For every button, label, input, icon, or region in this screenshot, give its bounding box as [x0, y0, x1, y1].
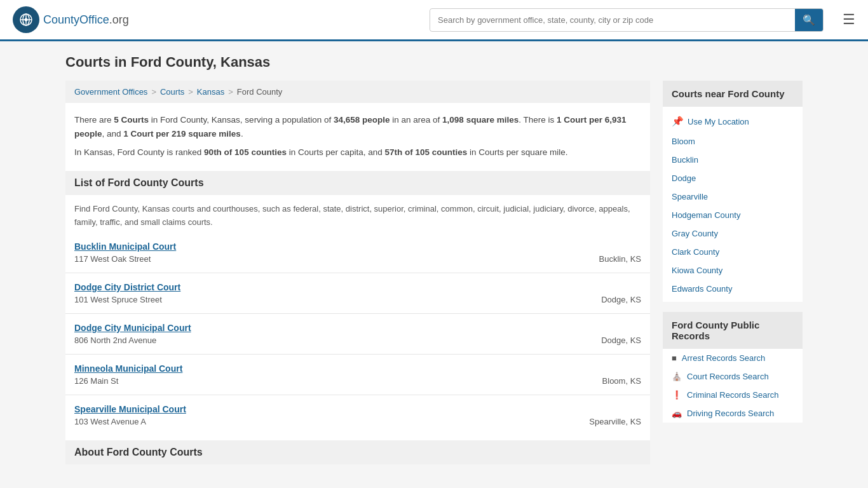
search-bar: 🔍	[430, 8, 824, 32]
court-details: Bucklin Municipal Court 117 West Oak Str…	[74, 241, 587, 264]
court-city: Spearville, KS	[576, 404, 641, 426]
court-city: Bucklin, KS	[587, 241, 641, 264]
list-section-desc: Find Ford County, Kansas courts and cour…	[65, 195, 650, 233]
nearby-city-link[interactable]: Bloom	[663, 132, 803, 151]
court-name[interactable]: Dodge City Municipal Court	[74, 323, 588, 333]
record-icon: ⛪	[672, 372, 682, 381]
court-name[interactable]: Minneola Municipal Court	[74, 363, 590, 374]
court-item: Bucklin Municipal Court 117 West Oak Str…	[65, 233, 650, 273]
public-records-list: ■Arrest Records Search⛪Court Records Sea…	[663, 349, 803, 423]
about-section-heading: About Ford County Courts	[65, 440, 650, 464]
court-details: Minneola Municipal Court 126 Main St	[74, 363, 590, 386]
per-sqmile: 1 Court per 219 square miles	[123, 129, 241, 139]
search-button[interactable]: 🔍	[795, 9, 823, 31]
logo-text: CountyOffice.org	[43, 13, 129, 27]
nearby-county-link[interactable]: Kiowa County	[663, 261, 803, 280]
breadcrumb-kansas[interactable]: Kansas	[197, 87, 224, 97]
court-address: 806 North 2nd Avenue	[74, 336, 588, 345]
search-input[interactable]	[430, 10, 795, 30]
site-header: CountyOffice.org 🔍 ☰	[0, 0, 868, 41]
nearby-county-link[interactable]: Edwards County	[663, 280, 803, 298]
court-name[interactable]: Spearville Municipal Court	[74, 404, 576, 414]
record-icon: ■	[672, 353, 677, 363]
court-address: 126 Main St	[74, 376, 590, 386]
court-address: 117 West Oak Street	[74, 254, 587, 264]
court-details: Dodge City District Court 101 West Spruc…	[74, 282, 588, 304]
rank-capita: 90th of 105 counties	[204, 147, 287, 157]
public-record-link[interactable]: 🚗Driving Records Search	[663, 404, 803, 423]
public-record-link[interactable]: ⛪Court Records Search	[663, 367, 803, 386]
nearby-counties: Hodgeman CountyGray CountyClark CountyKi…	[663, 206, 803, 298]
record-label: Driving Records Search	[687, 409, 774, 418]
courts-near-heading: Courts near Ford County	[663, 81, 803, 107]
court-item: Minneola Municipal Court 126 Main St Blo…	[65, 354, 650, 395]
court-details: Dodge City Municipal Court 806 North 2nd…	[74, 323, 588, 345]
court-city: Dodge, KS	[588, 323, 641, 345]
breadcrumb-gov-offices[interactable]: Government Offices	[74, 87, 147, 97]
logo[interactable]: CountyOffice.org	[13, 6, 129, 33]
court-address: 101 West Spruce Street	[74, 295, 588, 304]
court-item: Spearville Municipal Court 103 West Aven…	[65, 395, 650, 435]
nearby-county-link[interactable]: Gray County	[663, 224, 803, 243]
court-details: Spearville Municipal Court 103 West Aven…	[74, 404, 576, 426]
record-label: Criminal Records Search	[687, 390, 779, 400]
population: 34,658 people	[334, 115, 390, 125]
court-name[interactable]: Bucklin Municipal Court	[74, 241, 587, 252]
nearby-cities: BloomBucklinDodgeSpearville	[663, 132, 803, 206]
courts-near-list: 📌 Use My Location BloomBucklinDodgeSpear…	[663, 107, 803, 302]
main-content: Government Offices > Courts > Kansas > F…	[65, 81, 650, 464]
nearby-city-link[interactable]: Bucklin	[663, 151, 803, 169]
location-pin-icon: 📌	[672, 116, 684, 127]
court-city: Bloom, KS	[590, 363, 641, 386]
nearby-county-link[interactable]: Hodgeman County	[663, 206, 803, 224]
court-item: Dodge City District Court 101 West Spruc…	[65, 273, 650, 313]
court-item: Dodge City Municipal Court 806 North 2nd…	[65, 313, 650, 354]
court-address: 103 West Avenue A	[74, 417, 576, 426]
rank-sqmile: 57th of 105 counties	[385, 147, 468, 157]
svg-point-5	[25, 18, 28, 22]
record-label: Court Records Search	[687, 372, 769, 381]
record-label: Arrest Records Search	[682, 353, 766, 363]
description: There are 5 Courts in Ford County, Kansa…	[65, 103, 650, 166]
main-wrapper: Courts in Ford County, Kansas Government…	[53, 41, 815, 477]
use-my-location[interactable]: 📌 Use My Location	[663, 111, 803, 132]
record-icon: ❗	[672, 390, 682, 400]
court-city: Dodge, KS	[588, 282, 641, 304]
record-icon: 🚗	[672, 409, 682, 418]
sidebar: Courts near Ford County 📌 Use My Locatio…	[663, 81, 803, 433]
public-record-link[interactable]: ❗Criminal Records Search	[663, 386, 803, 404]
content-area: Government Offices > Courts > Kansas > F…	[65, 81, 803, 464]
breadcrumb-courts[interactable]: Courts	[160, 87, 184, 97]
courts-count: 5 Courts	[114, 115, 149, 125]
breadcrumb: Government Offices > Courts > Kansas > F…	[65, 81, 650, 103]
courts-near-box: Courts near Ford County 📌 Use My Locatio…	[663, 81, 803, 302]
public-records-box: Ford County Public Records ■Arrest Recor…	[663, 312, 803, 423]
nearby-city-link[interactable]: Dodge	[663, 169, 803, 187]
area: 1,098 square miles	[442, 115, 519, 125]
nearby-city-link[interactable]: Spearville	[663, 187, 803, 206]
public-records-heading: Ford County Public Records	[663, 312, 803, 349]
nearby-county-link[interactable]: Clark County	[663, 243, 803, 261]
court-name[interactable]: Dodge City District Court	[74, 282, 588, 292]
breadcrumb-ford-county: Ford County	[237, 87, 283, 97]
logo-icon	[13, 6, 39, 33]
public-record-link[interactable]: ■Arrest Records Search	[663, 349, 803, 367]
menu-icon[interactable]: ☰	[843, 11, 855, 28]
page-title: Courts in Ford County, Kansas	[65, 54, 803, 71]
courts-list: Bucklin Municipal Court 117 West Oak Str…	[65, 233, 650, 435]
list-section-heading: List of Ford County Courts	[65, 171, 650, 195]
